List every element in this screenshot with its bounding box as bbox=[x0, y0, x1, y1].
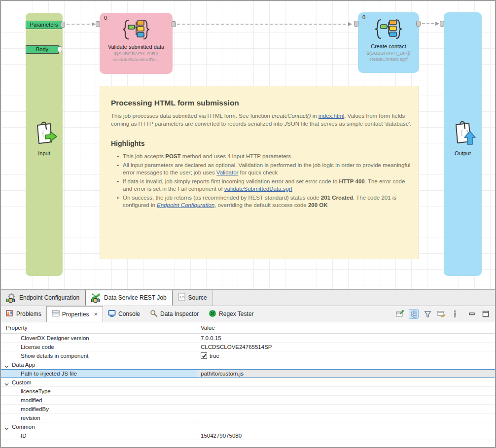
output-label: Output bbox=[444, 150, 482, 156]
port-count-badge: 0 bbox=[362, 14, 365, 20]
views-tab-bar: Problems Properties × bbox=[1, 306, 495, 322]
cloverdx-designer-window: Input { } Parameters Body 0 bbox=[0, 0, 496, 448]
input-label: Input bbox=[26, 150, 63, 156]
tab-console[interactable]: Console bbox=[103, 306, 145, 322]
tab-properties[interactable]: Properties × bbox=[46, 306, 103, 322]
checkbox-checked-icon[interactable] bbox=[201, 352, 207, 359]
properties-panel: Property Value CloverDX Designer version… bbox=[1, 322, 495, 447]
properties-table-icon bbox=[52, 310, 60, 319]
property-row[interactable]: modified bbox=[1, 396, 495, 405]
tab-data-inspector[interactable]: Data Inspector bbox=[145, 306, 204, 322]
index-html-link[interactable]: index.html bbox=[319, 113, 344, 119]
component-path: ${SUBGRAPH_DIR}/createContact.sgrf bbox=[358, 50, 419, 62]
note-bullet: All input parameters are declared as opt… bbox=[117, 162, 415, 177]
property-column-header: Property bbox=[1, 325, 197, 331]
magnifier-icon bbox=[150, 310, 158, 319]
sticky-note[interactable]: Processing HTML form submission This job… bbox=[100, 86, 419, 259]
property-group-row[interactable]: Custom bbox=[1, 378, 495, 387]
restore-default-icon[interactable] bbox=[436, 309, 446, 319]
source-code-icon: </> bbox=[178, 293, 185, 303]
property-row[interactable]: licenseType bbox=[1, 387, 495, 396]
validate-out-port[interactable] bbox=[172, 21, 176, 27]
properties-header: Property Value bbox=[1, 322, 495, 334]
parameters-out-port[interactable] bbox=[61, 22, 65, 28]
note-bullet: This job accepts POST method and uses 4 … bbox=[117, 153, 415, 161]
svg-text:</>: </> bbox=[179, 295, 185, 299]
subgraph-json-icon bbox=[121, 18, 151, 41]
component-path: ${SUBGRAPH_DIR}/validateSubmittedDa... bbox=[100, 51, 173, 62]
tab-problems[interactable]: Problems bbox=[1, 306, 46, 322]
body-port[interactable]: Body bbox=[26, 45, 59, 54]
create-out-port[interactable] bbox=[416, 21, 421, 27]
editor-tab-bar: Endpoint Configuration Data Service REST… bbox=[1, 290, 495, 306]
filter-icon[interactable] bbox=[423, 309, 432, 319]
note-title: Processing HTML form submission bbox=[111, 99, 408, 107]
property-row[interactable]: ID 1504279075080 bbox=[1, 431, 495, 440]
column-divider[interactable] bbox=[197, 322, 197, 447]
problems-icon bbox=[6, 310, 14, 319]
property-group-row[interactable]: Common bbox=[1, 422, 495, 431]
validator-link[interactable]: Validator bbox=[216, 170, 239, 175]
edge-create-to-output[interactable] bbox=[422, 23, 438, 24]
validate-in-port[interactable] bbox=[96, 21, 100, 27]
component-name: Validate submitted data bbox=[100, 44, 173, 50]
graph-canvas[interactable]: Input { } Parameters Body 0 bbox=[1, 1, 495, 290]
gear-icon bbox=[6, 293, 16, 303]
pin-view-icon[interactable] bbox=[395, 309, 405, 319]
value-column-header: Value bbox=[197, 325, 215, 331]
view-menu-icon[interactable] bbox=[450, 309, 460, 319]
tab-source[interactable]: </> Source bbox=[173, 290, 213, 306]
minimize-icon[interactable] bbox=[467, 309, 477, 319]
tree-mode-icon[interactable] bbox=[409, 309, 419, 319]
properties-toolbar bbox=[395, 306, 495, 322]
endpoint-configuration-link[interactable]: Endpoint Configuration bbox=[157, 202, 214, 208]
tab-label: Data Inspector bbox=[160, 310, 199, 317]
chevron-down-icon[interactable] bbox=[4, 363, 9, 369]
output-column[interactable]: Output { } bbox=[444, 12, 482, 276]
tab-label: Console bbox=[118, 310, 140, 317]
validate-sgrf-link[interactable]: validateSubmittedData.sgrf bbox=[224, 186, 292, 192]
console-monitor-icon bbox=[108, 310, 116, 319]
tab-label: Source bbox=[188, 294, 207, 301]
output-doc-icon: { } bbox=[450, 120, 477, 148]
note-bullet-list: This job accepts POST method and uses 4 … bbox=[111, 153, 415, 209]
create-in-port[interactable] bbox=[354, 21, 358, 27]
tab-label: Properties bbox=[62, 311, 89, 318]
body-out-port[interactable] bbox=[58, 46, 62, 52]
component-name: Create contact bbox=[358, 43, 419, 49]
component-create-contact[interactable]: 0 Create contact ${SUBGRAPH_DIR}/createC… bbox=[358, 12, 419, 73]
property-row[interactable]: CloverDX Designer version 7.0.0.15 bbox=[1, 334, 495, 343]
edge-validate-to-create[interactable] bbox=[177, 24, 351, 25]
chevron-down-icon[interactable] bbox=[4, 381, 9, 387]
tab-regex-tester[interactable]: Regex Tester bbox=[204, 306, 258, 322]
note-paragraph: This job processes data submitted via HT… bbox=[111, 112, 413, 128]
tab-data-service-rest-job[interactable]: Data Service REST Job bbox=[85, 290, 173, 306]
property-row[interactable]: modifiedBy bbox=[1, 405, 495, 414]
tab-label: Regex Tester bbox=[219, 310, 253, 317]
tab-label: Data Service REST Job bbox=[104, 294, 167, 301]
note-bullet: On success, the job returns (as recommen… bbox=[117, 194, 415, 209]
regex-tester-icon bbox=[209, 310, 216, 319]
edge-parameters-to-validate[interactable] bbox=[67, 24, 95, 25]
table-filler bbox=[1, 440, 495, 447]
property-row[interactable]: Show details in component true bbox=[1, 351, 495, 360]
property-row-selected[interactable]: Path to injected JS file path/to/custom.… bbox=[1, 369, 495, 378]
chevron-down-icon[interactable] bbox=[4, 425, 9, 431]
input-doc-icon: { } bbox=[32, 120, 58, 149]
tab-endpoint-configuration[interactable]: Endpoint Configuration bbox=[1, 290, 85, 306]
close-icon[interactable]: × bbox=[94, 310, 98, 318]
data-service-job-icon bbox=[91, 293, 101, 303]
subgraph-json-icon bbox=[373, 18, 404, 40]
tab-label: Endpoint Configuration bbox=[19, 294, 79, 301]
property-row[interactable]: License code CLCDSCLOVE24765514SP bbox=[1, 343, 495, 351]
tab-label: Problems bbox=[16, 310, 41, 317]
port-count-badge: 0 bbox=[104, 15, 107, 21]
component-validate-submitted-data[interactable]: 0 Validate submitted data ${SUBGRAPH_DIR… bbox=[100, 13, 173, 74]
output-in-port[interactable] bbox=[440, 21, 444, 27]
maximize-icon[interactable] bbox=[481, 309, 491, 319]
note-highlights-heading: Highlights bbox=[111, 139, 408, 147]
property-row[interactable]: revision bbox=[1, 414, 495, 422]
note-bullet: If data is invalid, job simply reports f… bbox=[117, 178, 415, 193]
parameters-port[interactable]: Parameters bbox=[26, 21, 62, 29]
property-group-row[interactable]: Data App bbox=[1, 360, 495, 369]
